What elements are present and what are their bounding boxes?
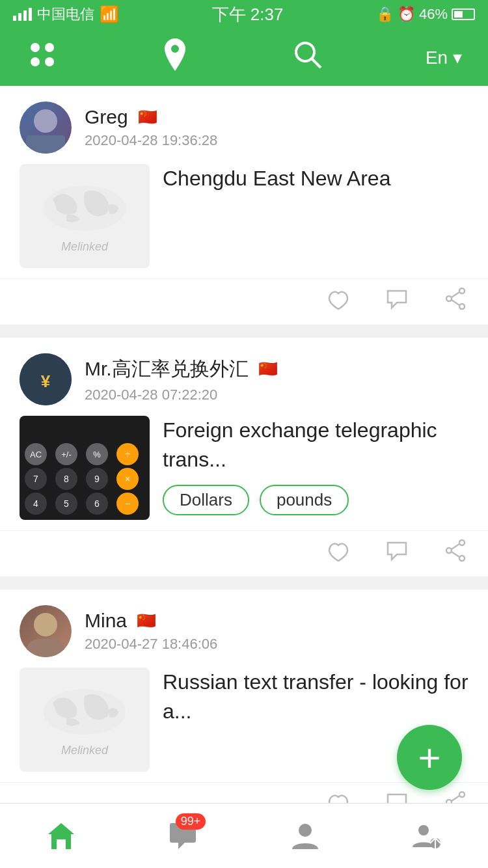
location-icon[interactable] (161, 38, 189, 77)
svg-line-5 (312, 59, 321, 68)
language-label: En ▾ (426, 47, 462, 68)
svg-point-21 (34, 613, 57, 636)
post-title: Chengdu East New Area (163, 164, 468, 193)
status-bar: 中国电信 📶 下午 2:37 🔒 ⏰ 46% (0, 0, 488, 29)
svg-point-9 (459, 288, 465, 293)
wifi-icon: 📶 (100, 5, 119, 23)
post-actions (0, 278, 488, 325)
status-left: 中国电信 📶 (13, 5, 119, 24)
user-info: Mina 🇨🇳 2020-04-27 18:46:06 (85, 610, 468, 653)
timestamp: 2020-04-28 07:22:20 (85, 387, 468, 403)
tag-dollars[interactable]: Dollars (163, 485, 249, 515)
chat-badge: 99+ (176, 813, 206, 830)
post-header: Mina 🇨🇳 2020-04-27 18:46:06 (0, 590, 488, 668)
avatar[interactable]: ¥ (20, 353, 72, 405)
svg-point-10 (446, 296, 452, 301)
nav-profile[interactable] (411, 820, 443, 852)
search-icon[interactable] (292, 39, 323, 76)
language-selector[interactable]: En ▾ (426, 47, 462, 68)
status-time: 下午 2:37 (212, 3, 284, 26)
svg-point-38 (418, 825, 429, 835)
username: Mina 🇨🇳 (85, 610, 468, 632)
flag-icon: 🇨🇳 (135, 109, 161, 126)
like-button[interactable] (325, 537, 351, 563)
svg-line-27 (452, 796, 459, 801)
top-nav: En ▾ (0, 29, 488, 86)
flag-icon: 🇨🇳 (255, 360, 281, 377)
username: Greg 🇨🇳 (85, 106, 468, 128)
post-tags: Dollars pounds (163, 485, 468, 515)
timestamp: 2020-04-27 18:46:06 (85, 636, 468, 653)
share-button[interactable] (442, 537, 468, 563)
svg-point-11 (459, 304, 465, 309)
post-card: ¥ Mr.高汇率兑换外汇 🇨🇳 2020-04-28 07:22:20 AC +… (0, 338, 488, 576)
post-card: Mina 🇨🇳 2020-04-27 18:46:06 Melinked (0, 590, 488, 828)
user-info: Greg 🇨🇳 2020-04-28 19:36:28 (85, 106, 468, 149)
svg-line-19 (452, 544, 459, 549)
bottom-nav: 99+ (0, 803, 488, 868)
battery-percent: 46% (419, 6, 448, 23)
fab-button[interactable]: + (397, 725, 462, 790)
svg-point-0 (31, 43, 40, 52)
svg-text:¥: ¥ (41, 372, 51, 391)
post-thumbnail[interactable]: AC +/- % ÷ 7 8 9 × 4 5 6 − (20, 416, 150, 520)
timestamp: 2020-04-28 19:36:28 (85, 132, 468, 149)
post-title: Russian text transfer - looking for a... (163, 668, 468, 726)
svg-line-13 (452, 300, 459, 305)
nav-chat[interactable]: 99+ (167, 820, 199, 852)
post-actions (0, 530, 488, 576)
post-thumbnail[interactable]: Melinked (20, 668, 150, 772)
svg-point-17 (446, 548, 452, 553)
post-thumbnail[interactable]: Melinked (20, 164, 150, 268)
nav-contacts[interactable] (289, 820, 321, 852)
like-button[interactable] (325, 286, 351, 312)
svg-line-12 (452, 292, 459, 297)
avatar[interactable] (20, 102, 72, 154)
post-header: Greg 🇨🇳 2020-04-28 19:36:28 (0, 86, 488, 164)
avatar[interactable] (20, 605, 72, 657)
post-header: ¥ Mr.高汇率兑换外汇 🇨🇳 2020-04-28 07:22:20 (0, 338, 488, 416)
status-right: 🔒 ⏰ 46% (376, 6, 475, 23)
alarm-icon: ⏰ (398, 6, 415, 23)
svg-point-3 (45, 57, 54, 66)
username: Mr.高汇率兑换外汇 🇨🇳 (85, 356, 468, 383)
nav-home[interactable] (45, 820, 77, 852)
post-image-row: Melinked Chengdu East New Area (0, 164, 488, 278)
post-title: Foreign exchange telegraphic trans... (163, 416, 468, 474)
svg-rect-7 (26, 135, 65, 154)
flag-icon: 🇨🇳 (133, 612, 159, 629)
svg-point-37 (299, 824, 312, 837)
svg-point-16 (459, 540, 465, 545)
svg-point-4 (296, 43, 314, 61)
comment-button[interactable] (384, 537, 410, 563)
user-info: Mr.高汇率兑换外汇 🇨🇳 2020-04-28 07:22:20 (85, 356, 468, 403)
post-image-row: AC +/- % ÷ 7 8 9 × 4 5 6 − Foreign ex (0, 416, 488, 530)
tag-pounds[interactable]: pounds (260, 485, 349, 515)
svg-rect-36 (57, 839, 66, 849)
svg-point-24 (459, 792, 465, 797)
svg-rect-22 (26, 639, 65, 657)
post-card: Greg 🇨🇳 2020-04-28 19:36:28 Melinked (0, 86, 488, 325)
lock-icon: 🔒 (376, 6, 394, 23)
svg-point-2 (31, 57, 40, 66)
battery-icon (452, 8, 475, 20)
svg-point-1 (45, 43, 54, 52)
apps-icon[interactable] (26, 38, 59, 77)
signal-icon (13, 8, 32, 21)
carrier-label: 中国电信 (37, 5, 94, 24)
comment-button[interactable] (384, 286, 410, 312)
share-button[interactable] (442, 286, 468, 312)
svg-point-18 (459, 556, 465, 561)
svg-point-6 (34, 109, 57, 133)
svg-line-20 (452, 552, 459, 557)
